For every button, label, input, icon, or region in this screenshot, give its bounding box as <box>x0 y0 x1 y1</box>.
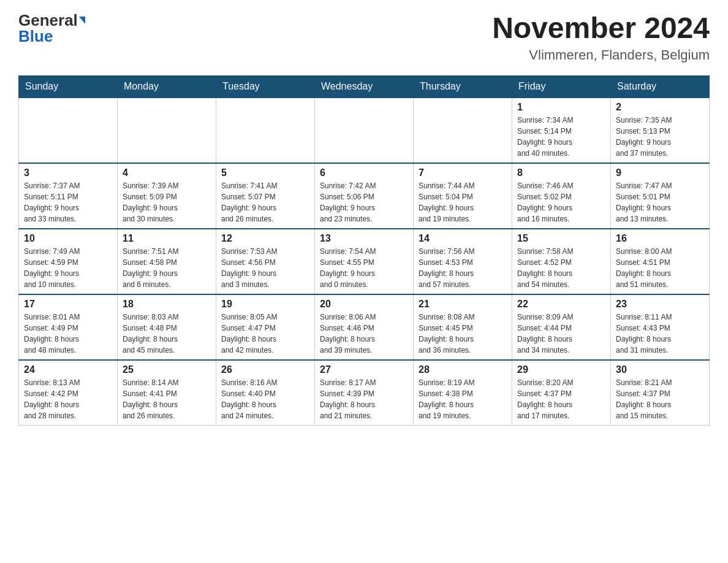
calendar-cell: 29Sunrise: 8:20 AM Sunset: 4:37 PM Dayli… <box>512 360 611 426</box>
day-info: Sunrise: 7:56 AM Sunset: 4:53 PM Dayligh… <box>419 246 507 290</box>
day-number: 25 <box>123 364 211 375</box>
day-info: Sunrise: 8:01 AM Sunset: 4:49 PM Dayligh… <box>24 312 112 356</box>
calendar-cell <box>315 98 414 163</box>
day-info: Sunrise: 8:14 AM Sunset: 4:41 PM Dayligh… <box>123 377 211 421</box>
logo-blue: Blue <box>18 28 53 44</box>
calendar-cell: 26Sunrise: 8:16 AM Sunset: 4:40 PM Dayli… <box>216 360 315 426</box>
day-info: Sunrise: 7:35 AM Sunset: 5:13 PM Dayligh… <box>616 115 704 159</box>
week-row-1: 1Sunrise: 7:34 AM Sunset: 5:14 PM Daylig… <box>19 98 710 163</box>
day-info: Sunrise: 8:16 AM Sunset: 4:40 PM Dayligh… <box>221 377 309 421</box>
day-info: Sunrise: 8:03 AM Sunset: 4:48 PM Dayligh… <box>123 312 211 356</box>
day-info: Sunrise: 8:08 AM Sunset: 4:45 PM Dayligh… <box>419 312 507 356</box>
day-number: 20 <box>320 299 408 310</box>
calendar-cell: 7Sunrise: 7:44 AM Sunset: 5:04 PM Daylig… <box>414 163 512 229</box>
day-number: 1 <box>517 102 605 113</box>
col-header-wednesday: Wednesday <box>315 75 414 98</box>
day-info: Sunrise: 8:21 AM Sunset: 4:37 PM Dayligh… <box>616 377 704 421</box>
day-number: 21 <box>419 299 507 310</box>
calendar-cell: 20Sunrise: 8:06 AM Sunset: 4:46 PM Dayli… <box>315 294 414 360</box>
calendar-cell: 27Sunrise: 8:17 AM Sunset: 4:39 PM Dayli… <box>315 360 414 426</box>
week-row-2: 3Sunrise: 7:37 AM Sunset: 5:11 PM Daylig… <box>19 163 710 229</box>
day-number: 3 <box>24 167 112 178</box>
day-info: Sunrise: 7:58 AM Sunset: 4:52 PM Dayligh… <box>517 246 605 290</box>
calendar-cell: 6Sunrise: 7:42 AM Sunset: 5:06 PM Daylig… <box>315 163 414 229</box>
day-info: Sunrise: 8:17 AM Sunset: 4:39 PM Dayligh… <box>320 377 408 421</box>
month-year-title: November 2024 <box>492 12 710 45</box>
day-info: Sunrise: 7:41 AM Sunset: 5:07 PM Dayligh… <box>221 180 309 224</box>
calendar-cell <box>118 98 216 163</box>
day-number: 8 <box>517 167 605 178</box>
day-number: 11 <box>123 233 211 244</box>
day-number: 12 <box>221 233 309 244</box>
calendar-cell: 1Sunrise: 7:34 AM Sunset: 5:14 PM Daylig… <box>512 98 611 163</box>
day-number: 22 <box>517 299 605 310</box>
day-number: 17 <box>24 299 112 310</box>
col-header-sunday: Sunday <box>19 75 118 98</box>
calendar-cell: 13Sunrise: 7:54 AM Sunset: 4:55 PM Dayli… <box>315 229 414 294</box>
calendar-cell: 5Sunrise: 7:41 AM Sunset: 5:07 PM Daylig… <box>216 163 315 229</box>
day-info: Sunrise: 8:05 AM Sunset: 4:47 PM Dayligh… <box>221 312 309 356</box>
calendar-cell <box>216 98 315 163</box>
day-number: 10 <box>24 233 112 244</box>
calendar-cell: 8Sunrise: 7:46 AM Sunset: 5:02 PM Daylig… <box>512 163 611 229</box>
calendar-header-row: SundayMondayTuesdayWednesdayThursdayFrid… <box>19 75 710 98</box>
day-number: 26 <box>221 364 309 375</box>
day-info: Sunrise: 7:42 AM Sunset: 5:06 PM Dayligh… <box>320 180 408 224</box>
day-info: Sunrise: 8:13 AM Sunset: 4:42 PM Dayligh… <box>24 377 112 421</box>
calendar-cell: 17Sunrise: 8:01 AM Sunset: 4:49 PM Dayli… <box>19 294 118 360</box>
calendar-cell: 25Sunrise: 8:14 AM Sunset: 4:41 PM Dayli… <box>118 360 216 426</box>
calendar-cell <box>19 98 118 163</box>
day-info: Sunrise: 8:20 AM Sunset: 4:37 PM Dayligh… <box>517 377 605 421</box>
day-number: 13 <box>320 233 408 244</box>
col-header-thursday: Thursday <box>414 75 512 98</box>
day-info: Sunrise: 7:49 AM Sunset: 4:59 PM Dayligh… <box>24 246 112 290</box>
calendar-cell: 9Sunrise: 7:47 AM Sunset: 5:01 PM Daylig… <box>611 163 710 229</box>
day-number: 18 <box>123 299 211 310</box>
day-number: 30 <box>616 364 704 375</box>
calendar-cell: 22Sunrise: 8:09 AM Sunset: 4:44 PM Dayli… <box>512 294 611 360</box>
calendar-cell: 23Sunrise: 8:11 AM Sunset: 4:43 PM Dayli… <box>611 294 710 360</box>
day-info: Sunrise: 8:06 AM Sunset: 4:46 PM Dayligh… <box>320 312 408 356</box>
calendar-cell: 21Sunrise: 8:08 AM Sunset: 4:45 PM Dayli… <box>414 294 512 360</box>
calendar-cell: 28Sunrise: 8:19 AM Sunset: 4:38 PM Dayli… <box>414 360 512 426</box>
day-number: 16 <box>616 233 704 244</box>
day-number: 19 <box>221 299 309 310</box>
day-number: 7 <box>419 167 507 178</box>
logo-general: General <box>18 12 78 28</box>
calendar-cell: 24Sunrise: 8:13 AM Sunset: 4:42 PM Dayli… <box>19 360 118 426</box>
day-info: Sunrise: 7:46 AM Sunset: 5:02 PM Dayligh… <box>517 180 605 224</box>
week-row-4: 17Sunrise: 8:01 AM Sunset: 4:49 PM Dayli… <box>19 294 710 360</box>
day-number: 2 <box>616 102 704 113</box>
calendar-cell: 2Sunrise: 7:35 AM Sunset: 5:13 PM Daylig… <box>611 98 710 163</box>
day-number: 24 <box>24 364 112 375</box>
day-number: 15 <box>517 233 605 244</box>
logo-arrow-icon <box>79 17 85 24</box>
page-header: General Blue November 2024 Vlimmeren, Fl… <box>18 12 710 63</box>
day-info: Sunrise: 8:11 AM Sunset: 4:43 PM Dayligh… <box>616 312 704 356</box>
day-number: 28 <box>419 364 507 375</box>
calendar-cell: 15Sunrise: 7:58 AM Sunset: 4:52 PM Dayli… <box>512 229 611 294</box>
calendar-cell: 4Sunrise: 7:39 AM Sunset: 5:09 PM Daylig… <box>118 163 216 229</box>
day-number: 23 <box>616 299 704 310</box>
calendar-cell <box>414 98 512 163</box>
day-info: Sunrise: 7:51 AM Sunset: 4:58 PM Dayligh… <box>123 246 211 290</box>
col-header-friday: Friday <box>512 75 611 98</box>
calendar-cell: 12Sunrise: 7:53 AM Sunset: 4:56 PM Dayli… <box>216 229 315 294</box>
day-info: Sunrise: 8:19 AM Sunset: 4:38 PM Dayligh… <box>419 377 507 421</box>
calendar-cell: 30Sunrise: 8:21 AM Sunset: 4:37 PM Dayli… <box>611 360 710 426</box>
location-subtitle: Vlimmeren, Flanders, Belgium <box>492 47 710 63</box>
calendar-cell: 19Sunrise: 8:05 AM Sunset: 4:47 PM Dayli… <box>216 294 315 360</box>
day-number: 4 <box>123 167 211 178</box>
logo: General Blue <box>18 12 85 44</box>
day-number: 9 <box>616 167 704 178</box>
title-block: November 2024 Vlimmeren, Flanders, Belgi… <box>492 12 710 63</box>
calendar-cell: 18Sunrise: 8:03 AM Sunset: 4:48 PM Dayli… <box>118 294 216 360</box>
day-info: Sunrise: 7:53 AM Sunset: 4:56 PM Dayligh… <box>221 246 309 290</box>
col-header-tuesday: Tuesday <box>216 75 315 98</box>
week-row-5: 24Sunrise: 8:13 AM Sunset: 4:42 PM Dayli… <box>19 360 710 426</box>
day-info: Sunrise: 7:34 AM Sunset: 5:14 PM Dayligh… <box>517 115 605 159</box>
day-info: Sunrise: 8:09 AM Sunset: 4:44 PM Dayligh… <box>517 312 605 356</box>
day-number: 27 <box>320 364 408 375</box>
calendar-cell: 11Sunrise: 7:51 AM Sunset: 4:58 PM Dayli… <box>118 229 216 294</box>
calendar-table: SundayMondayTuesdayWednesdayThursdayFrid… <box>18 75 710 426</box>
